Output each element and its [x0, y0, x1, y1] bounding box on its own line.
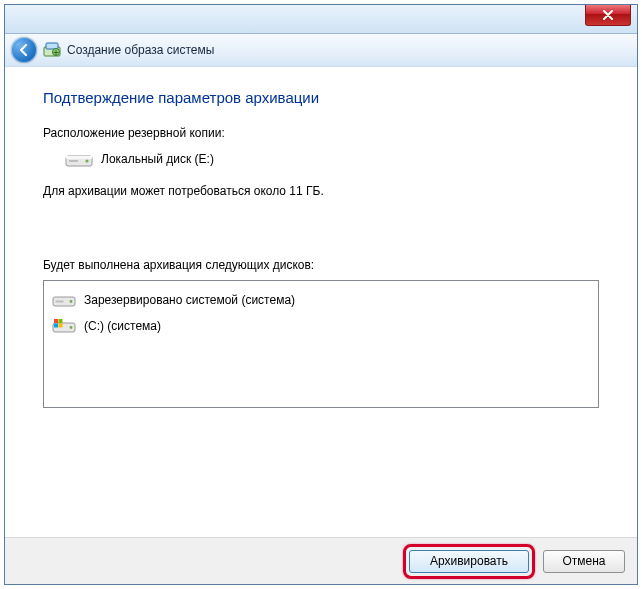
close-button[interactable]	[585, 5, 631, 26]
drives-list: Зарезервировано системой (система) (C:	[43, 280, 599, 408]
hdd-icon	[52, 290, 76, 310]
footer-bar: Архивировать Отмена	[5, 537, 637, 584]
cancel-button[interactable]: Отмена	[543, 550, 625, 573]
hdd-icon	[65, 148, 93, 170]
back-arrow-icon	[17, 43, 31, 57]
header-bar: Создание образа системы	[5, 34, 637, 67]
svg-point-8	[70, 300, 73, 303]
back-button[interactable]	[11, 37, 37, 63]
svg-rect-6	[69, 160, 78, 162]
page-heading: Подтверждение параметров архивации	[43, 89, 599, 106]
svg-rect-15	[59, 324, 63, 328]
svg-point-11	[70, 326, 73, 329]
svg-rect-14	[54, 324, 58, 328]
size-note: Для архивации может потребоваться около …	[43, 184, 599, 198]
svg-rect-13	[59, 319, 63, 323]
titlebar	[5, 5, 637, 34]
close-icon	[602, 10, 614, 20]
list-item: Зарезервировано системой (система)	[52, 287, 590, 313]
location-label: Расположение резервной копии:	[43, 126, 599, 140]
destination-row: Локальный диск (E:)	[65, 148, 599, 170]
window-title: Создание образа системы	[67, 43, 214, 57]
svg-rect-9	[56, 301, 64, 303]
drive-label: (C:) (система)	[84, 319, 161, 333]
drive-label: Зарезервировано системой (система)	[84, 293, 295, 307]
primary-highlight: Архивировать	[403, 544, 535, 579]
list-item: (C:) (система)	[52, 313, 590, 339]
content-area: Подтверждение параметров архивации Распо…	[5, 67, 637, 536]
archive-button[interactable]: Архивировать	[409, 550, 529, 573]
svg-rect-4	[66, 156, 92, 159]
svg-point-5	[85, 159, 88, 162]
app-icon	[43, 41, 61, 59]
wizard-window: Создание образа системы Подтверждение па…	[4, 4, 638, 585]
windows-drive-icon	[52, 316, 76, 336]
drives-label: Будет выполнена архивация следующих диск…	[43, 258, 599, 272]
svg-rect-12	[54, 319, 58, 323]
destination-value: Локальный диск (E:)	[101, 152, 214, 166]
